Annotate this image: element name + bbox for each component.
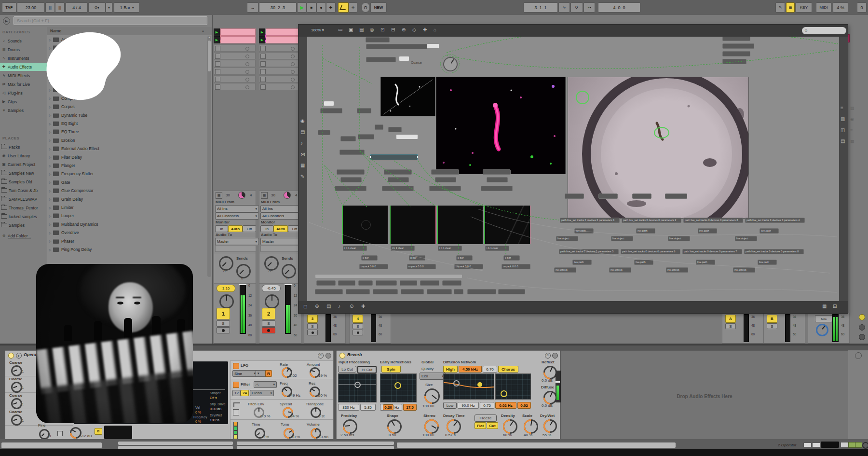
place-item-samples-new[interactable]: Samples New <box>0 169 47 177</box>
max-object-box[interactable] <box>366 44 428 49</box>
max-search-box[interactable]: ⊙ <box>802 27 846 34</box>
max-object-box[interactable]: unpack 0 0 0 <box>502 264 530 269</box>
reflect-knob[interactable] <box>543 366 557 379</box>
max-object-box[interactable] <box>337 169 365 175</box>
max-bottom-icon[interactable]: ♪ <box>338 304 340 309</box>
disclosure-icon[interactable]: ▷ <box>47 231 53 235</box>
arm-button[interactable] <box>262 327 275 333</box>
filter-circuit-dropdown[interactable]: Clean <box>250 390 274 396</box>
max-object-box[interactable] <box>315 274 462 278</box>
hi-cut-button[interactable]: Hi Cut <box>357 366 377 373</box>
max-object-box[interactable] <box>427 43 439 49</box>
max-object-box[interactable] <box>384 169 412 175</box>
clip-slot-empty[interactable] <box>259 52 301 59</box>
max-toolbar-icon[interactable]: ⌂ <box>434 28 436 32</box>
clip-slot-empty[interactable] <box>259 44 301 52</box>
osc-hotswap-button[interactable]: ⟳ <box>95 428 102 435</box>
place-item-locked-samples[interactable]: locked samples <box>0 212 47 221</box>
key-map-button[interactable]: KEY <box>796 2 812 13</box>
reverb-activator[interactable] <box>339 353 345 359</box>
browser-item-eq-three[interactable]: ▷EQ Three <box>47 128 212 136</box>
max-object-box[interactable]: t b 1 clear <box>485 246 509 251</box>
flat-button[interactable]: Flat <box>475 422 486 429</box>
max-object-box[interactable]: live.path <box>572 260 592 265</box>
osc-level-knob[interactable] <box>70 427 81 439</box>
chorus-rate-value[interactable]: 0.02 Hz <box>495 402 516 409</box>
max-object-box[interactable] <box>498 289 525 294</box>
chorus-amount-value[interactable]: 0.02 <box>517 402 531 409</box>
max-right-tool-icon[interactable]: ◫ <box>841 128 845 133</box>
lfo-toggle[interactable] <box>233 363 239 369</box>
place-item-sampleswap[interactable]: SAMPLESWAP <box>0 195 47 203</box>
monitor-auto-button[interactable]: Auto <box>228 225 243 232</box>
lfo-retrigger-button[interactable]: R <box>265 370 272 377</box>
max-toolbar-icon[interactable]: ▤ <box>359 28 364 32</box>
monitor-auto-button[interactable]: Auto <box>273 225 288 232</box>
input-xy-pad[interactable] <box>338 373 377 402</box>
predelay-knob[interactable] <box>343 419 357 434</box>
monitor-off-button[interactable]: Off <box>243 225 256 232</box>
operator-preview-icon[interactable]: ▶ <box>16 353 22 359</box>
display-key-value[interactable]: 0 % <box>195 420 201 423</box>
max-left-tool-icon[interactable]: ▤ <box>300 130 305 135</box>
osc-fine-knob[interactable] <box>39 429 50 440</box>
place-item-user-library[interactable]: ◉User Library <box>0 152 47 160</box>
clip-stop-icon[interactable] <box>260 84 266 90</box>
solo-button[interactable]: S <box>767 323 777 329</box>
midi-map-button[interactable]: MIDI <box>816 2 831 13</box>
device-chain-icon[interactable] <box>855 352 862 359</box>
midi-from-dropdown[interactable]: All Ins <box>215 205 259 212</box>
status-circle-icon[interactable] <box>862 442 868 449</box>
max-toolbar-icon[interactable]: ✚ <box>423 28 427 32</box>
record-button[interactable]: ● <box>316 2 326 13</box>
max-object-box[interactable] <box>399 56 409 61</box>
filter-12-button[interactable]: 12 <box>232 390 241 396</box>
max-bottom-icon[interactable]: ◻ <box>303 304 307 309</box>
max-bottom-icon[interactable]: ✚ <box>361 304 365 309</box>
input-q-value[interactable]: 5.85 <box>360 404 376 411</box>
add-folder-button[interactable]: ⊕ Add Folder... <box>0 232 47 240</box>
browser-item-glue-compressor[interactable]: ▷Glue Compressor <box>47 187 212 194</box>
disclosure-icon[interactable]: ▷ <box>47 206 53 209</box>
list-scrollbar[interactable]: ▲ <box>207 36 211 277</box>
max-object-box[interactable] <box>442 280 461 286</box>
max-object-box[interactable]: p bar <box>361 255 378 261</box>
max-object-box[interactable] <box>722 37 750 41</box>
max-object-box[interactable]: live.object <box>735 236 757 241</box>
max-bottom-icon[interactable]: ▤ <box>326 304 331 309</box>
max-object-box[interactable] <box>431 169 459 175</box>
nudge-up-button[interactable]: ||| <box>55 2 65 13</box>
clip-slot-empty[interactable] <box>214 68 256 75</box>
place-item-tom-cosm-jb[interactable]: Tom Cosm & Jb <box>0 186 47 194</box>
browser-item-filter-delay[interactable]: ▷Filter Delay <box>47 153 212 161</box>
arm-button[interactable] <box>353 330 363 335</box>
diffusion-xy-pad[interactable] <box>443 373 494 400</box>
cut-button[interactable]: Cut <box>487 422 498 429</box>
browser-item-ping-pong-delay[interactable]: ▷Ping Pong Delay <box>47 246 212 253</box>
session-view-toggle-icon[interactable]: ≡ <box>850 128 853 133</box>
loop-start-field[interactable]: 3. 1. 1 <box>523 2 558 13</box>
clip-stop-icon[interactable] <box>215 69 220 74</box>
time-signature-field[interactable]: 4 / 4 <box>66 2 88 13</box>
max-object-box[interactable]: live.object <box>609 267 631 273</box>
max-toolbar-icon[interactable]: ⊟ <box>391 28 395 32</box>
clip-grid-icon[interactable]: ▦ <box>216 192 222 199</box>
osc-c-led[interactable] <box>233 430 238 435</box>
clip-play-button[interactable]: ▶ <box>214 28 220 36</box>
disclosure-icon[interactable]: ▷ <box>47 164 53 167</box>
clip-slot-empty[interactable] <box>214 83 256 90</box>
display-shaper-value[interactable]: Off ▾ <box>210 396 217 400</box>
disclosure-icon[interactable]: ▷ <box>47 248 53 251</box>
follow-button[interactable]: → <box>247 2 258 13</box>
max-object-box[interactable]: t b 1 clear <box>438 246 462 251</box>
max-object-box[interactable]: path live_set tracks 0 devices 0 paramet… <box>682 249 742 254</box>
max-object-box[interactable] <box>388 177 409 182</box>
coarse-knob[interactable] <box>11 365 22 376</box>
audio-to-dropdown[interactable]: Master <box>215 238 259 245</box>
max-bottom-icon[interactable]: ⊙ <box>350 304 353 309</box>
max-object-box[interactable] <box>481 186 513 191</box>
max-object-box[interactable] <box>375 124 383 130</box>
midi-channel-dropdown[interactable]: All Channels <box>215 212 259 220</box>
loop-button[interactable]: ⟳ <box>570 2 583 13</box>
clip-body[interactable] <box>220 28 256 36</box>
